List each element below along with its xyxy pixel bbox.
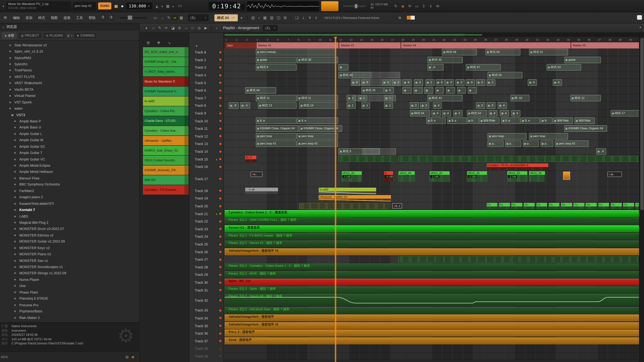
clip-pat[interactable]: ▦..8 [229,102,239,109]
clip-auto-d[interactable]: ~Param. EQ 2 - SAW CHORD FULL - 频段 7 频率 [225,218,639,225]
clip-auto-d[interactable]: ~Param. EQ 2 - mid pluck bass - 频段 7 频率 [225,307,639,314]
time-display[interactable]: 0:19:42 M:S:CS [208,2,245,10]
record-arm-icon[interactable] [220,355,222,357]
clip-pat[interactable]: ▦.9 [466,79,475,86]
timeline-marker[interactable]: Marker #2 [256,42,338,48]
seek-icon[interactable]: ▶ [202,26,209,30]
clip-cy[interactable]: Cy.. [524,203,535,209]
clip-cy[interactable]: Cy.. [499,203,510,209]
master-volume-knob[interactable] [100,15,106,20]
clip-pat[interactable]: ▦.3 [445,79,454,86]
snap-selector[interactable]: (无) ▼ [188,14,208,21]
browser-item[interactable]: ◆Sitar Renaissance v2 [0,42,139,48]
record-arm-icon[interactable] [220,105,222,107]
clip-pat[interactable]: ▦.3 [382,79,391,86]
record-arm-icon[interactable] [220,220,222,222]
pattern-spinner[interactable]: ▲▼ [231,17,235,19]
playhead-marker-icon[interactable] [334,37,337,39]
record-arm-icon[interactable] [220,51,222,53]
browser-item[interactable]: ◆Pneuma Pro [0,302,139,308]
clip-pat[interactable]: ▦样式 54 [467,110,487,116]
piano-roll-icon[interactable]: ♪ [256,15,262,20]
clip-auto-o[interactable]: ~Pro-L 2 - 混音电平 [225,330,639,337]
clipboard-icon[interactable]: ❏ [294,15,300,20]
track-header[interactable]: Track 2 [189,56,224,64]
menu-工具[interactable]: 工具 [73,14,86,21]
playlist-grid[interactable]: 1234567891011121314151617181920212223242… [224,33,639,362]
browser-item[interactable]: ◆Phase Plant [0,289,139,296]
globe-icon[interactable]: ⊕ [397,15,403,20]
pencil-icon[interactable]: ✎ [166,15,172,20]
browser-item[interactable]: ◆water [0,105,139,112]
menu-帮助[interactable]: 帮助 [86,14,98,21]
clip-pat[interactable]: ▦..8 [596,148,606,155]
browser-item[interactable]: ◆VAST FLUTE [0,74,139,80]
browser-item[interactable]: ◆VAST Shakuhachi [0,80,139,86]
drag-handle-icon[interactable]: ⋮ [184,57,188,66]
track-header[interactable]: Track 19 [189,195,224,202]
clip-dense[interactable] [398,256,639,263]
magnet-icon[interactable]: ∩ [150,26,156,30]
picker-clip[interactable]: KSHMR Snap 02 - Cle..⋮ [143,57,188,66]
clip-pat[interactable]: ▦.4 [488,110,498,116]
track-lane[interactable] [224,109,639,117]
track-header[interactable]: Track 36 [189,330,224,337]
track-header[interactable]: Track 34 [189,314,224,322]
clip-pat[interactable]: ▦.9 [361,79,370,86]
clip-aud-g[interactable]: VEH1_20-3.1dB [507,171,528,182]
browser-item[interactable]: ◆PsytranceBass [0,308,139,315]
track-header[interactable]: Track 3 [189,64,224,71]
menu-corner-button[interactable] [637,15,642,20]
clip-pat[interactable]: ▦样式 49 [442,49,477,55]
clip-pat[interactable]: ▦9..e [501,118,520,124]
track-lane[interactable] [224,148,639,155]
track-header[interactable]: Track 38 [189,345,224,352]
track-header[interactable]: Track 35 [189,322,224,330]
clip-pat[interactable]: ▦guitar [256,56,297,63]
clip-auto-d2[interactable]: ~Param. EQ 2 - Serum #8 - 频段 7 频率 [225,294,639,306]
clip-burst-o[interactable] [563,171,570,180]
clip-pat[interactable]: ▦909 Ride [479,118,500,124]
clip-cy[interactable]: Cy.. [586,203,597,209]
browser-item[interactable]: ◆Vaults BETA [0,86,139,93]
picker-clip[interactable]: KSHMR_Acoustic_Fill..⋮ [143,165,188,175]
picker-clip[interactable]: V_RIOT_foley_kitche..⋮ [143,67,188,76]
track-header[interactable]: Track 16 [189,163,224,170]
clip-cy[interactable]: Cy.. [598,203,609,209]
picker-clip[interactable]: VEH1 Cutted Sounds..⋮ [143,156,188,165]
record-arm-icon[interactable] [220,259,222,261]
browser-item[interactable]: ◆Ample Metal Hellrazer [0,169,139,175]
clip-dense[interactable] [338,156,396,162]
record-arm-icon[interactable] [220,74,222,76]
record-arm-icon[interactable] [220,243,222,245]
track-header[interactable]: Track 9 [189,109,224,117]
track-header[interactable]: Track 25 [189,241,224,248]
pattern-selector[interactable]: 样式 24 ▲▼ [214,14,238,21]
track-lane[interactable] [224,71,639,79]
track-header[interactable]: Track 11 [189,125,224,132]
clip-auto-b[interactable]: ~Cymatics - Cobra Snare 1 - C - 通道音高 [225,210,639,217]
drag-handle-icon[interactable]: ⋮ [184,146,188,155]
browser-tab-PROJECT[interactable]: ▤PROJECT [18,32,42,39]
resize-icon[interactable]: ↘ [166,40,172,45]
clip-dense-o[interactable] [299,203,390,209]
track-header[interactable]: Track 20 [189,202,224,210]
record-arm-icon[interactable] [220,228,222,230]
record-arm-icon[interactable] [220,332,222,335]
arrangement-selector[interactable]: (无) ▼ [263,25,278,31]
save-icon[interactable]: ↧ [421,4,426,8]
clip-aud-o[interactable]: Ultrasonic - Uplifter 03- [319,195,391,202]
browser-item[interactable]: ◆MONSTER Strings v1.2022.09 [0,270,139,276]
clip-pat[interactable]: ▦.5 [384,87,394,94]
picker-clip[interactable]: KSHMR Tambourine 0..⋮ [143,86,188,96]
flex-preset-title[interactable]: FLEX | Retrowave Featured Artists [333,16,380,19]
track-expand-icon[interactable]: ▲ [216,213,218,215]
clip-pat[interactable]: ▦perc loop [297,133,338,139]
clip-pat[interactable]: ▦KSHMR Close..Organic 04 [564,125,607,132]
record-dot-icon[interactable]: ◉ [132,355,134,359]
drag-handle-icon[interactable]: ⋮ [184,126,188,135]
stop-button[interactable]: ■ [120,4,124,8]
record-arm-icon[interactable] [220,299,222,301]
clip-aud-r[interactable]: Cymatics - FX Es..se Downlifter 9 [486,163,548,170]
clip-pat[interactable]: ▦.4 [498,102,507,109]
